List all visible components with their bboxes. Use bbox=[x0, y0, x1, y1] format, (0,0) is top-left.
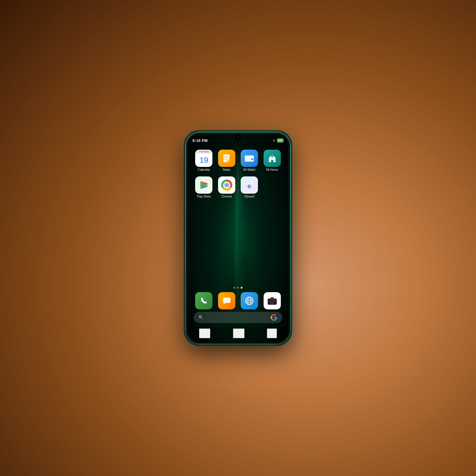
phone-svg bbox=[198, 295, 209, 306]
nav-bar: ≡ □ ‹ bbox=[188, 327, 288, 342]
app-mihome[interactable]: Mi Home bbox=[262, 150, 283, 172]
app-grid: Thursday 19 Calendar bbox=[188, 147, 288, 201]
svg-marker-33 bbox=[270, 298, 274, 299]
app-messages[interactable] bbox=[218, 292, 235, 309]
calendar-label: Calendar bbox=[198, 168, 210, 172]
app-playstore[interactable]: Play Store bbox=[194, 176, 214, 198]
nav-back-button[interactable]: ‹ bbox=[267, 328, 277, 338]
svg-rect-8 bbox=[251, 158, 253, 160]
gboard-svg bbox=[244, 179, 255, 191]
app-camera[interactable] bbox=[264, 292, 281, 309]
dot-2 bbox=[237, 287, 239, 289]
notes-icon bbox=[218, 150, 235, 167]
camera-svg bbox=[267, 295, 278, 306]
svg-marker-26 bbox=[223, 303, 226, 304]
dock-section: 🔍 bbox=[188, 287, 288, 325]
app-miwallet[interactable]: Mi Wallet bbox=[239, 150, 260, 172]
signal-icon: ✕ bbox=[273, 139, 275, 142]
nav-home-button[interactable]: □ bbox=[233, 328, 245, 338]
phone-container: 6:16 PM ✕ 5G Thursday 19 Calendar bbox=[184, 131, 292, 345]
status-icons: ✕ 5G bbox=[273, 138, 284, 143]
miwallet-svg bbox=[244, 153, 255, 164]
messages-svg bbox=[221, 295, 232, 306]
svg-point-17 bbox=[226, 184, 228, 186]
svg-rect-20 bbox=[248, 183, 249, 184]
app-gboard[interactable]: Gboard bbox=[239, 176, 260, 198]
chrome-icon bbox=[218, 176, 235, 194]
miwallet-label: Mi Wallet bbox=[243, 168, 256, 172]
camera-notch bbox=[235, 134, 241, 141]
calendar-date: 19 bbox=[200, 154, 208, 167]
app-notes[interactable]: Notes bbox=[217, 150, 237, 172]
chrome-svg bbox=[221, 179, 232, 191]
dock-apps bbox=[188, 292, 288, 309]
messages-icon bbox=[218, 292, 235, 309]
app-chrome[interactable]: Chrome bbox=[217, 176, 237, 198]
svg-rect-25 bbox=[223, 298, 230, 303]
phone-icon bbox=[195, 292, 212, 309]
playstore-icon bbox=[195, 176, 212, 194]
svg-rect-19 bbox=[246, 183, 247, 184]
google-logo bbox=[270, 314, 278, 321]
svg-rect-9 bbox=[271, 156, 273, 157]
status-time: 6:16 PM bbox=[192, 138, 208, 143]
app-phone[interactable] bbox=[195, 292, 212, 309]
chrome-label: Chrome bbox=[221, 195, 232, 198]
playstore-svg bbox=[198, 179, 209, 191]
nav-menu-button[interactable]: ≡ bbox=[199, 328, 211, 338]
calendar-icon: Thursday 19 bbox=[195, 150, 212, 167]
app-browser[interactable] bbox=[241, 292, 258, 309]
phone-screen: 6:16 PM ✕ 5G Thursday 19 Calendar bbox=[188, 134, 288, 342]
app-calendar[interactable]: Thursday 19 Calendar bbox=[194, 150, 214, 172]
search-icon: 🔍 bbox=[198, 315, 203, 320]
camera-icon bbox=[264, 292, 281, 309]
svg-rect-21 bbox=[250, 183, 251, 184]
mihome-svg bbox=[267, 153, 278, 164]
svg-point-36 bbox=[271, 301, 273, 303]
calendar-day: Thursday bbox=[195, 150, 212, 154]
phone-body: 6:16 PM ✕ 5G Thursday 19 Calendar bbox=[184, 131, 292, 345]
search-bar[interactable]: 🔍 bbox=[194, 312, 282, 323]
notes-label: Notes bbox=[223, 168, 231, 172]
empty-slot bbox=[262, 176, 283, 198]
dot-3-active bbox=[241, 287, 242, 289]
svg-rect-24 bbox=[249, 186, 250, 187]
mihome-icon bbox=[264, 150, 281, 167]
page-dots bbox=[188, 287, 288, 289]
playstore-label: Play Store bbox=[197, 195, 211, 198]
svg-rect-22 bbox=[252, 183, 253, 184]
browser-svg bbox=[244, 295, 255, 306]
notes-svg bbox=[221, 153, 232, 164]
dot-1 bbox=[234, 287, 235, 289]
miwallet-icon bbox=[241, 150, 258, 167]
svg-rect-39 bbox=[274, 299, 276, 300]
gboard-icon bbox=[241, 176, 258, 194]
svg-rect-7 bbox=[245, 156, 254, 158]
browser-icon bbox=[241, 292, 258, 309]
gboard-label: Gboard bbox=[245, 195, 254, 198]
chrome-badge bbox=[219, 176, 221, 178]
battery-icon: 5G bbox=[277, 138, 284, 143]
mihome-label: Mi Home bbox=[266, 168, 278, 172]
